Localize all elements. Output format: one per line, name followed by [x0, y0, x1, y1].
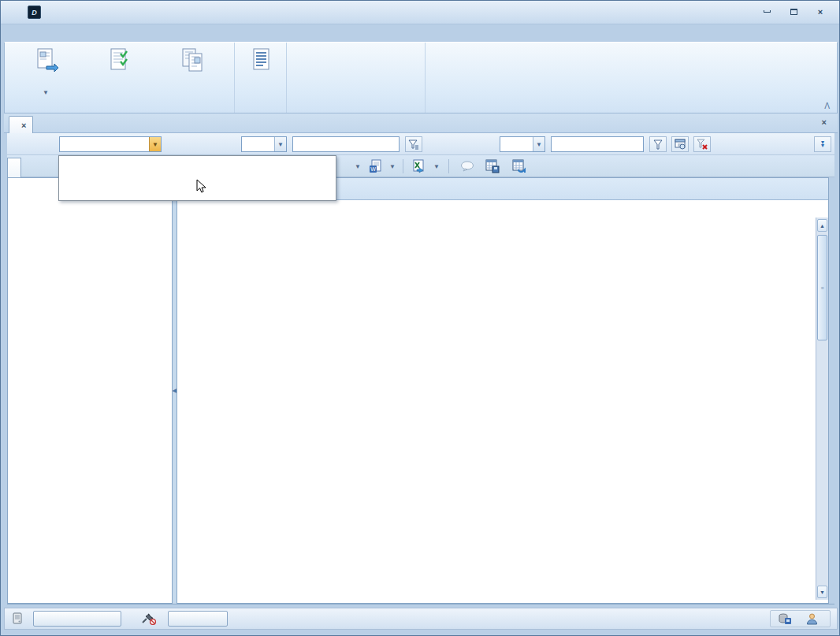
- description-operator-combobox[interactable]: ▼: [500, 136, 545, 152]
- technical-name-filter-input[interactable]: [292, 136, 400, 152]
- minimize-button[interactable]: [757, 6, 776, 17]
- document-generation-icon: [105, 47, 132, 74]
- filter-icon: [408, 139, 419, 150]
- tab-sap-entities[interactable]: [7, 158, 21, 177]
- grid-save-icon: [485, 159, 500, 173]
- technical-operator-combobox[interactable]: ▼: [241, 136, 287, 152]
- group-caption-scenarios: [235, 101, 286, 112]
- hidden-split-dropdown-button[interactable]: ▼: [352, 158, 363, 175]
- status-right-panel: [770, 610, 831, 627]
- doc-comparison-button[interactable]: [156, 46, 229, 76]
- ribbon-group-scenarios: [235, 43, 287, 113]
- expand-filter-panel-button[interactable]: ▾▾: [814, 136, 831, 152]
- close-button[interactable]: ×: [811, 6, 830, 17]
- export-word-dropdown-button[interactable]: ▼: [387, 158, 398, 175]
- toolbar-separator: [403, 159, 403, 173]
- status-bar: [4, 608, 838, 630]
- system-icon: [11, 612, 24, 625]
- grid-reset-icon: [512, 159, 526, 173]
- export-word-button[interactable]: W: [366, 158, 385, 175]
- technical-filter-button[interactable]: [405, 136, 422, 152]
- word-document-icon: W: [369, 159, 383, 173]
- comment-bubble-icon: [460, 161, 474, 172]
- scenario-dropdown-popup: [58, 155, 336, 201]
- save-grid-layout-button[interactable]: [483, 158, 502, 175]
- group-caption-documentation: [5, 101, 234, 112]
- excel-document-icon: [411, 159, 426, 173]
- connect-button[interactable]: [168, 611, 228, 627]
- scenario-combobox[interactable]: ▼: [59, 136, 162, 152]
- collapse-ribbon-button[interactable]: ᐱ: [824, 102, 830, 110]
- reset-grid-layout-button[interactable]: [510, 158, 529, 175]
- doc-comparison-icon: [179, 47, 206, 74]
- vertical-scrollbar[interactable]: ▲ ≡ ▼: [816, 218, 828, 600]
- export-excel-dropdown-button[interactable]: ▼: [431, 158, 442, 175]
- maximize-icon: [790, 9, 797, 15]
- export-excel-button[interactable]: [409, 158, 428, 175]
- database-icon: [779, 613, 791, 624]
- select-system-button[interactable]: [33, 611, 121, 627]
- disconnected-plug-icon: [141, 612, 157, 625]
- current-user: [806, 613, 822, 625]
- filter-bar: ▼ ▼ ▼ ▾▾: [7, 133, 834, 155]
- entity-grid: ▲ ≡ ▼: [177, 177, 829, 604]
- minimize-icon: [764, 10, 771, 13]
- chevron-down-icon: ▼: [43, 89, 49, 96]
- create-document-button[interactable]: ▼: [9, 46, 82, 98]
- toolbar-separator: [448, 159, 449, 173]
- tab-entities[interactable]: ×: [9, 116, 33, 133]
- app-icon: D: [28, 6, 41, 19]
- svg-text:W: W: [370, 166, 376, 172]
- filter-icon: [652, 139, 663, 150]
- view-close-button[interactable]: ×: [822, 117, 827, 127]
- tab-close-icon[interactable]: ×: [21, 121, 26, 130]
- scroll-down-button[interactable]: ▼: [817, 586, 827, 598]
- user-icon: [806, 613, 818, 625]
- description-operator-dropdown-button[interactable]: ▼: [533, 137, 545, 151]
- clear-filter-button[interactable]: [693, 136, 711, 152]
- entity-tree: [7, 177, 173, 604]
- scenarios-icon: [247, 47, 274, 74]
- scroll-up-button[interactable]: ▲: [817, 219, 827, 232]
- ribbon-group-options: [287, 43, 425, 113]
- ribbon-group-quick-access: ᐱ: [425, 43, 838, 113]
- description-filter-input[interactable]: [551, 136, 644, 152]
- mouse-cursor: [196, 179, 206, 194]
- scroll-thumb[interactable]: ≡: [817, 235, 827, 340]
- create-document-icon: [32, 47, 59, 74]
- application-window: D × ▼: [0, 0, 840, 636]
- description-filter-button[interactable]: [649, 136, 667, 152]
- ribbon-tab-bar: [4, 24, 838, 42]
- technical-operator-dropdown-button[interactable]: ▼: [274, 137, 286, 151]
- filter-editor-icon: [675, 139, 686, 150]
- clear-filter-icon: [697, 139, 708, 150]
- comments-button[interactable]: [458, 158, 477, 175]
- database-status: [779, 613, 795, 624]
- ribbon-group-documentation: ▼: [5, 43, 235, 113]
- scenario-dropdown-button[interactable]: ▼: [149, 137, 161, 151]
- group-caption-quick-access: [426, 101, 838, 112]
- view-tab-strip: × ×: [4, 113, 838, 133]
- document-generation-window-button[interactable]: [82, 46, 154, 87]
- ribbon: ▼ ᐱ: [4, 42, 838, 113]
- titlebar: D ×: [1, 1, 840, 24]
- filter-editor-button[interactable]: [671, 136, 689, 152]
- double-chevron-down-icon: ▾▾: [821, 141, 824, 147]
- maximize-button[interactable]: [784, 6, 803, 17]
